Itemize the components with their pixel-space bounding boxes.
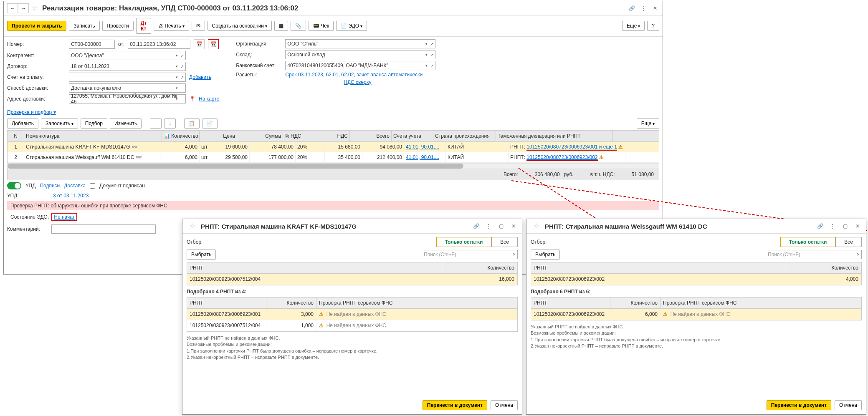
number-field[interactable]: СТ00-000003 <box>69 40 115 49</box>
list-item[interactable]: 10125020/080723/0006923/001 3,000 ⚠ Не н… <box>187 309 517 320</box>
map-link[interactable]: На карте <box>199 96 219 102</box>
calendar-special-icon[interactable]: 📆 <box>208 39 219 49</box>
decl-link[interactable]: 10125020/080723/0006923/002 <box>526 154 597 161</box>
col-qty[interactable]: Количество <box>610 298 660 308</box>
payacct-field[interactable] <box>69 73 186 82</box>
upd-toggle[interactable] <box>7 182 21 189</box>
move-down-button[interactable]: ↓ <box>164 118 176 129</box>
post-close-button[interactable]: Провести и закрыть <box>7 21 66 31</box>
print-button[interactable]: 🖨 Печать <box>154 21 189 31</box>
table-row[interactable]: 1 Стиральная машина KRAFT KF-MDS10147G 👓… <box>8 142 659 152</box>
dtkt-button[interactable]: ДтКт <box>136 18 151 34</box>
comment-field[interactable] <box>51 224 156 234</box>
date-field[interactable]: 03.11.2023 13:06:02 <box>128 40 190 49</box>
close-icon[interactable]: ✕ <box>509 222 518 230</box>
col-price[interactable]: Цена <box>200 131 237 141</box>
more-icon[interactable]: ⋮ <box>484 222 493 230</box>
link-icon[interactable]: 🔗 <box>472 222 480 230</box>
all-tab[interactable]: Все <box>491 237 518 247</box>
col-qty[interactable]: Количество <box>266 298 316 308</box>
doc-signed-checkbox[interactable] <box>90 183 95 189</box>
col-check[interactable]: Проверка РНПТ сервисом ФНС <box>660 298 861 308</box>
col-rnpt[interactable]: РНПТ <box>187 298 266 308</box>
org-field[interactable]: ООО "Стиль" <box>285 39 435 48</box>
cancel-button[interactable]: Отмена <box>491 400 518 410</box>
address-field[interactable]: 127055, Москва г, Новослободская ул, дом… <box>69 94 186 103</box>
mail-button[interactable]: ✉ <box>192 21 205 31</box>
col-rnpt[interactable]: РНПТ <box>531 298 610 308</box>
back-button[interactable]: ← <box>7 3 18 13</box>
col-qty[interactable]: Количество <box>442 262 517 273</box>
table-row[interactable]: 2 Стиральная машина Weissgauff WM 61410 … <box>8 152 659 163</box>
search-input[interactable]: Поиск (Ctrl+F)× <box>422 250 518 259</box>
col-total[interactable]: Всего <box>350 131 392 141</box>
col-vat[interactable]: НДС <box>312 131 350 141</box>
write-button[interactable]: Записать <box>69 21 99 31</box>
list-item[interactable]: 10125020/080723/0006923/002 6,000 ⚠ Не н… <box>531 309 861 320</box>
col-qty[interactable]: 📊 Количество <box>162 131 200 141</box>
pick-button[interactable]: Подбор <box>81 118 107 129</box>
col-acct[interactable]: Счета учета <box>392 131 433 141</box>
col-country[interactable]: Страна происхождения <box>433 131 496 141</box>
col-vatp[interactable]: % НДС <box>283 131 312 141</box>
calc-link[interactable]: Срок 03.11.2023, 62.01, 62.02, зачет ава… <box>285 72 423 78</box>
all-tab[interactable]: Все <box>835 237 862 247</box>
help-button[interactable]: ? <box>647 21 659 31</box>
clear-search-icon[interactable]: × <box>513 252 516 257</box>
col-qty[interactable]: Количество <box>786 262 861 273</box>
signatures-link[interactable]: Подписи <box>40 183 60 189</box>
close-icon[interactable]: ✕ <box>853 222 862 230</box>
move-up-button[interactable]: ↑ <box>150 118 162 129</box>
list-item[interactable]: 10125020/030923/0007512/004 1,000 ⚠ Не н… <box>187 320 517 331</box>
more-icon[interactable]: ⋮ <box>828 222 837 230</box>
paste-button[interactable]: 📄 <box>202 118 218 129</box>
contragent-field[interactable]: ООО "Дельта" <box>69 51 186 60</box>
col-rnpt[interactable]: РНПТ <box>187 262 442 273</box>
col-rnpt[interactable]: РНПТ <box>531 262 786 273</box>
clear-search-icon[interactable]: × <box>857 252 860 257</box>
search-input[interactable]: Поиск (Ctrl+F)× <box>766 250 862 259</box>
check-pickup-link[interactable]: Проверка и подбор ▾ <box>7 109 56 115</box>
vat-link[interactable]: НДС сверху <box>344 79 371 85</box>
calendar-icon[interactable]: 📅 <box>194 39 205 49</box>
contract-field[interactable]: 18 от 01.11.2023 <box>69 62 186 71</box>
list-item[interactable]: 10125020/030923/0007512/004 16,000 <box>187 274 517 285</box>
close-icon[interactable]: ✕ <box>651 4 659 13</box>
table-more-button[interactable]: Еще <box>637 118 659 129</box>
copy-button[interactable]: 📋 <box>184 118 200 129</box>
list-item[interactable]: 10125020/080723/0006923/002 4,000 <box>531 274 861 285</box>
warehouse-field[interactable]: Основной склад <box>285 50 435 59</box>
maximize-icon[interactable]: ▢ <box>841 222 849 230</box>
transfer-button[interactable]: Перенести в документ <box>767 400 831 410</box>
transfer-button[interactable]: Перенести в документ <box>423 400 487 410</box>
only-remains-tab[interactable]: Только остатки <box>436 237 492 247</box>
favorite-star-icon[interactable]: ☆ <box>189 222 196 231</box>
fill-button[interactable]: Заполнить <box>41 118 78 129</box>
add-row-button[interactable]: Добавить <box>7 118 38 129</box>
edo-state-link[interactable]: Не начат <box>54 214 75 220</box>
add-link[interactable]: Добавить <box>189 74 211 80</box>
col-decl[interactable]: Таможенная декларация или РНПТ <box>496 131 613 141</box>
upd-doc-link[interactable]: 3 от 03.11.2023 <box>53 193 89 199</box>
change-button[interactable]: Изменить <box>110 118 142 129</box>
decl-link[interactable]: 10125020/080723/0006923/001 и еще 1 <box>526 144 617 151</box>
favorite-star-icon[interactable]: ☆ <box>31 4 38 13</box>
hscrollbar[interactable] <box>7 163 659 169</box>
acct-link[interactable]: 41.01, 90.01.... <box>406 144 439 150</box>
form-icon-button[interactable]: ▦ <box>274 21 288 31</box>
cancel-button[interactable]: Отмена <box>835 400 862 410</box>
more-button[interactable]: Еще <box>622 21 645 31</box>
link-icon[interactable]: 🔗 <box>628 4 636 13</box>
post-button[interactable]: Провести <box>102 21 134 31</box>
bank-field[interactable]: 40702810480120055409, ОАО "МДМ-БАНК" <box>285 61 435 70</box>
only-remains-tab[interactable]: Только остатки <box>780 237 836 247</box>
select-button[interactable]: Выбрать <box>187 250 216 260</box>
maximize-icon[interactable]: ▢ <box>497 222 505 230</box>
more-icon[interactable]: ⋮ <box>639 4 648 13</box>
create-based-button[interactable]: Создать на основании <box>208 21 272 31</box>
cheque-button[interactable]: 📟 Чек <box>309 21 334 31</box>
favorite-star-icon[interactable]: ☆ <box>533 222 540 231</box>
col-check[interactable]: Проверка РНПТ сервисом ФНС <box>316 298 517 308</box>
col-nom[interactable]: Номенклатура <box>24 131 162 141</box>
attach-button[interactable]: 📎 <box>291 21 306 31</box>
